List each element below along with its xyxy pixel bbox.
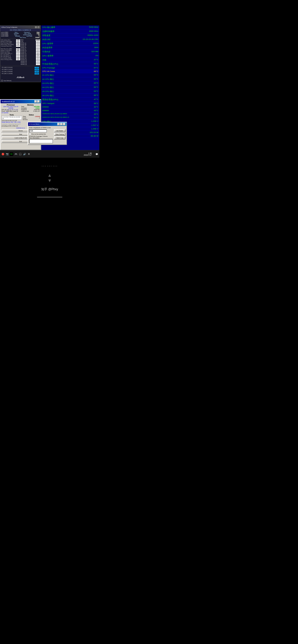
hw-row-core6: #6 CPU 核心 66°C xyxy=(41,94,99,98)
memory-section-label: Memory xyxy=(21,104,40,106)
processor-name: 12th Gen Intel Core i5-12600K xyxy=(2,106,20,109)
testmem-win-controls[interactable]: ─ ✕ xyxy=(34,100,40,103)
hw-row-gpu-hotspot: GPU Hotspot 58°C xyxy=(41,102,99,105)
dialog-win-controls[interactable]: ─ □ ✕ xyxy=(57,123,65,125)
watermark: 知乎 @Phxy xyxy=(41,187,58,192)
stop-testing-button[interactable]: Stop Testing xyxy=(54,133,65,136)
taskbar-icon-audio[interactable]: 🎧 xyxy=(18,152,22,156)
keyboard-icon[interactable]: ⋯⋯⋯ xyxy=(41,163,58,169)
bottom-area: ⋯⋯⋯ ▲ ▼ 知乎 @Phxy xyxy=(0,158,99,201)
hw-row-dimm4: DIMM4 43°C xyxy=(41,109,99,112)
checkbox-label: Run as low priority thre xyxy=(32,133,46,135)
dialog-title: [0 Errors] Mem... xyxy=(29,123,40,125)
hw-row-mem-usage: 内存使用率 99% xyxy=(41,46,99,50)
asrock-close-btn[interactable]: ✕ xyxy=(37,26,39,28)
hw-label-cpu-freq: CPU 核心频率 xyxy=(42,26,55,29)
testmem-title: TestMem5 v0.12 xyxy=(2,101,15,103)
dialog-titlebar: [0 Errors] Mem... ─ □ ✕ xyxy=(28,122,66,126)
checkbox-row: Run as low priority thre xyxy=(29,133,53,135)
tests-section-label: Tests xyxy=(2,114,22,116)
hw-row-core1: #1 CPU 核心 64°C xyxy=(41,73,99,77)
asrock-window: ASRock Timing Configurator ─ ✕ OG STRIX … xyxy=(0,25,41,82)
hw-row-core4: #4 CPU 核心 64°C xyxy=(41,85,99,90)
hw-row-avail-mem: 可用内存 315 MB xyxy=(41,50,99,54)
testmem-close-btn[interactable]: ✕ xyxy=(37,100,40,103)
dialog-minimize-btn[interactable]: ─ xyxy=(57,123,60,125)
mem-used-row: Used by test2.4Gb x12 xyxy=(21,110,40,112)
time-display: 1:38 xyxy=(84,152,92,154)
testmem-dialog-window: [0 Errors] Mem... ─ □ ✕ Enter megabytes … xyxy=(28,122,67,145)
hw-row-cpu-ia: CPU IA Cores 66°C xyxy=(41,70,99,73)
asrock-title: ASRock Timing Configurator xyxy=(1,26,17,28)
hw-row-ssd1: SAMSUNG MZVL2512HCJQ-00B00 43°C xyxy=(41,112,99,116)
priority-checkbox[interactable] xyxy=(29,133,31,135)
taskbar-icon-game[interactable]: 🎮 xyxy=(14,152,18,156)
cpu-rate: 3.4 sec/Gb xyxy=(2,112,20,113)
hw-row-ssd2: SAMSUNG MZVL2512HCJQ-00B00 #2 51°C xyxy=(41,116,99,120)
hw-row-gpu-temp: 图形处理器(GPU) 47°C xyxy=(41,98,99,102)
error-info-area xyxy=(29,139,53,143)
taskbar-time: 1:38 2022/7/17 xyxy=(84,152,92,156)
testmem-titlebar: TestMem5 v0.12 ─ ✕ xyxy=(1,100,41,103)
taskbar-chat-icon[interactable]: 💬 xyxy=(96,153,98,155)
hw-row-mobo: 主板 37°C xyxy=(41,58,99,62)
top-black-area xyxy=(0,0,99,25)
hw-row-cpu-package: CPU Package 67°C xyxy=(41,66,99,70)
hw-row-core5: #5 CPU 核心 64°C xyxy=(41,90,99,94)
taskbar-icons[interactable]: 🔴 📷 64 🎮 🎧 🔊 英 xyxy=(1,152,31,156)
test-numbers: 1 2 3 4 5 6 7 8 9 10 11 12 13 14 15 xyxy=(2,116,22,120)
cpu-used: 12 xyxy=(16,110,18,112)
taskbar-icon-camera[interactable]: 📷 xyxy=(5,152,9,156)
hw-row-core2: #2 CPU 核心 63°C xyxy=(41,77,99,81)
taskbar: 🔴 📷 64 🎮 🎧 🔊 英 1:38 2022/7/17 💬 xyxy=(0,150,99,158)
status-cycle: 3 xyxy=(39,117,40,119)
testmem-minimize-btn[interactable]: ─ xyxy=(34,100,37,103)
processor-section-label: Processor xyxy=(2,104,20,106)
asrock-logo: /ASRock xyxy=(0,75,40,79)
hw-row-dimm2: DIMM2 42°C xyxy=(41,105,99,109)
hw-row-gpu-usage: GPU 使用率 4% xyxy=(41,54,99,58)
dialog-close-btn[interactable]: ✕ xyxy=(63,123,65,125)
ram-input[interactable] xyxy=(29,129,47,133)
hw-row-cpu-freq: CPU 核心频率 5200 MHz xyxy=(41,25,99,30)
date-display: 2022/7/17 xyxy=(84,154,92,156)
auto-refresh-label: Auto Refresh( xyxy=(4,80,11,81)
hw-row-cpu-temp: 中央处理器(CPU) 55°C xyxy=(41,62,99,66)
taskbar-icon-fire[interactable]: 🔴 xyxy=(1,152,5,156)
taskbar-icon-vol[interactable]: 🔊 xyxy=(23,152,26,156)
start-testing-button[interactable]: tart Testin xyxy=(54,129,65,132)
asrock-window-controls[interactable]: ─ ✕ xyxy=(35,26,39,28)
hw-row-speed: 存取速度 DDR4-4200 xyxy=(41,34,99,38)
open-log-button[interactable]: Open Log xyxy=(54,136,65,139)
status-section-label: Status xyxy=(23,114,40,116)
asrock-subtitle: OG STRIX Z690-A GAMING W xyxy=(0,29,40,31)
hw-row-core3: #3 CPU 核心 64°C xyxy=(41,81,99,85)
taskbar-icon-lang[interactable]: 英 xyxy=(27,152,31,156)
hw-row-timing: 内存计时 15-15-15-28 CR2 xyxy=(41,38,99,42)
hw-row-nb-freq: 北桥时钟频率 4900 MHz xyxy=(41,30,99,34)
asrock-titlebar: ASRock Timing Configurator ─ ✕ xyxy=(0,26,40,29)
windows-container: ASRock Timing Configurator ─ ✕ OG STRIX … xyxy=(0,25,99,150)
dialog-label: Enter megabytes of RAM to test xyxy=(29,127,65,128)
hw-row-cpu-usage: CPU 使用率 100% xyxy=(41,42,99,46)
error-label: Error information xyxy=(29,137,53,139)
asrock-minimize-btn[interactable]: ─ xyxy=(35,26,37,28)
test-simple: Simple Memory Test*, 256, 1.3Gb xyxy=(2,121,22,123)
home-indicator[interactable] xyxy=(37,197,62,198)
status-errors-row: Error(s) xyxy=(23,119,40,120)
taskbar-icon-64[interactable]: 64 xyxy=(10,152,13,156)
dialog-maximize-btn[interactable]: □ xyxy=(60,123,63,125)
mem-used-test: 2.4Gb x12 xyxy=(33,110,40,112)
hw-val-cpu-freq: 5200 MHz xyxy=(89,26,98,29)
scroll-arrows[interactable]: ▲ ▼ xyxy=(47,173,52,183)
